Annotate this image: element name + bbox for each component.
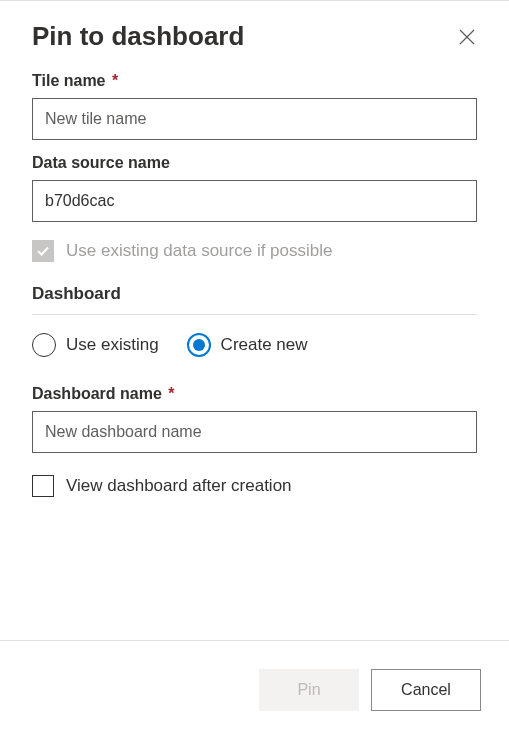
dialog-title: Pin to dashboard xyxy=(32,21,244,52)
dashboard-name-group: Dashboard name * xyxy=(32,385,477,453)
tile-name-label: Tile name * xyxy=(32,72,477,90)
radio-circle-new xyxy=(187,333,211,357)
dashboard-name-label: Dashboard name * xyxy=(32,385,477,403)
use-existing-label: Use existing data source if possible xyxy=(66,241,332,261)
view-after-row: View dashboard after creation xyxy=(32,475,477,497)
close-icon xyxy=(459,29,475,45)
radio-create-new[interactable]: Create new xyxy=(187,333,308,357)
tile-name-group: Tile name * xyxy=(32,72,477,140)
use-existing-checkbox-row: Use existing data source if possible xyxy=(32,240,477,262)
required-asterisk: * xyxy=(108,72,119,89)
view-after-checkbox[interactable] xyxy=(32,475,54,497)
dashboard-radio-group: Use existing Create new xyxy=(32,333,477,357)
pin-dashboard-dialog: Pin to dashboard Tile name * Data source… xyxy=(0,0,509,640)
section-divider xyxy=(32,314,477,315)
tile-name-label-text: Tile name xyxy=(32,72,106,89)
data-source-label: Data source name xyxy=(32,154,477,172)
view-after-label: View dashboard after creation xyxy=(66,476,292,496)
required-asterisk: * xyxy=(164,385,175,402)
radio-use-existing[interactable]: Use existing xyxy=(32,333,159,357)
pin-button[interactable]: Pin xyxy=(259,669,359,711)
dashboard-section-label: Dashboard xyxy=(32,284,477,304)
data-source-group: Data source name xyxy=(32,154,477,222)
checkmark-icon xyxy=(36,244,50,258)
radio-label-existing: Use existing xyxy=(66,335,159,355)
radio-label-new: Create new xyxy=(221,335,308,355)
close-button[interactable] xyxy=(457,27,477,47)
dashboard-name-label-text: Dashboard name xyxy=(32,385,162,402)
radio-dot xyxy=(193,339,205,351)
tile-name-input[interactable] xyxy=(32,98,477,140)
dashboard-name-input[interactable] xyxy=(32,411,477,453)
use-existing-checkbox xyxy=(32,240,54,262)
radio-circle-existing xyxy=(32,333,56,357)
dialog-footer: Pin Cancel xyxy=(0,640,509,738)
dialog-header: Pin to dashboard xyxy=(32,21,477,52)
cancel-button[interactable]: Cancel xyxy=(371,669,481,711)
data-source-input[interactable] xyxy=(32,180,477,222)
